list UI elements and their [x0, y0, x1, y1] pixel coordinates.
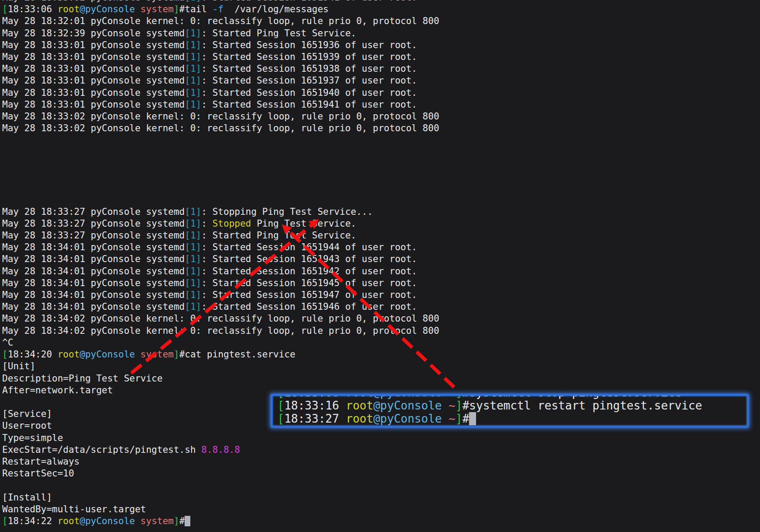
terminal-text-segment: May 28 18:33:01 pyConsole systemd	[2, 99, 185, 110]
terminal-text-segment: [1]	[185, 63, 201, 74]
terminal-text-segment: [	[277, 399, 284, 412]
terminal-text-segment: root	[57, 516, 80, 526]
terminal-text-segment: : Started Session 1651945 of user root.	[201, 278, 417, 288]
terminal-text-segment: May 28 18:33:01 pyConsole systemd	[2, 88, 185, 98]
terminal-line: May 28 18:34:01 pyConsole systemd[1]: St…	[2, 289, 760, 301]
terminal-line: May 28 18:33:01 pyConsole systemd[1]: St…	[2, 87, 760, 99]
terminal-text-segment: May 28 18:32:01 pyConsole kernel: 0: rec…	[2, 16, 439, 26]
terminal-text-segment: May 28 18:33:01 pyConsole systemd	[2, 75, 185, 86]
terminal-line	[2, 527, 760, 532]
terminal-line	[2, 182, 760, 194]
terminal-text-segment: #	[179, 516, 185, 526]
terminal-text-segment: @pyConsole	[80, 4, 135, 14]
terminal-text-segment: : Started Session 1651941 of user root.	[201, 99, 417, 110]
terminal-text-segment: ]	[455, 395, 462, 399]
terminal-text-segment: [Unit]	[2, 361, 35, 371]
terminal-line: Description=Ping Test Service	[2, 373, 760, 385]
terminal-text-segment: [	[277, 412, 284, 425]
terminal-line: May 28 18:34:02 pyConsole kernel: 0: rec…	[2, 313, 760, 325]
terminal-text-segment: 18:33:27	[284, 412, 346, 425]
terminal-text-segment: [1]	[185, 206, 201, 217]
terminal-text-segment: 18:34:22	[8, 516, 58, 526]
block-cursor	[469, 412, 476, 425]
terminal-text-segment: [	[2, 349, 8, 360]
terminal-text-segment: ]	[455, 412, 462, 425]
terminal-text-segment: [1]	[185, 52, 201, 62]
terminal-text-segment: [	[277, 395, 284, 399]
overlay-terminal-window[interactable]: [18:33:06 root@pyConsole ~]#systemctl st…	[271, 395, 748, 427]
terminal-text-segment: Restart=always	[2, 456, 80, 467]
terminal-text-segment: : Started Ping Test Service.	[201, 28, 356, 38]
terminal-line	[2, 134, 760, 146]
overlay-terminal-output: [18:33:06 root@pyConsole ~]#systemctl st…	[273, 395, 747, 425]
terminal-text-segment: Stopped	[212, 218, 251, 229]
terminal-text-segment: system	[135, 4, 174, 14]
terminal-line: May 28 18:33:27 pyConsole systemd[1]: St…	[2, 206, 760, 218]
terminal-text-segment: @pyConsole	[80, 516, 135, 526]
terminal-text-segment: May 28 18:34:01 pyConsole systemd	[2, 290, 185, 300]
terminal-text-segment: ~	[442, 412, 455, 425]
terminal-text-segment: 18:34:20	[8, 349, 58, 360]
main-terminal-output[interactable]: May 28 18:33:02 pyConsole systemd[1]: St…	[0, 0, 760, 532]
terminal-line: May 28 18:33:02 pyConsole kernel: 0: rec…	[2, 122, 760, 134]
terminal-line: Type=simple	[2, 432, 760, 444]
terminal-text-segment: [1]	[185, 254, 201, 264]
terminal-text-segment: system	[135, 516, 174, 526]
terminal-line	[2, 158, 760, 170]
terminal-text-segment: ExecStart=/data/scripts/pingtest.sh	[2, 444, 201, 455]
terminal-text-segment: May 28 18:34:02 pyConsole kernel: 0: rec…	[2, 326, 439, 336]
terminal-text-segment: root	[57, 349, 80, 360]
terminal-line: May 28 18:34:01 pyConsole systemd[1]: St…	[2, 253, 760, 265]
terminal-text-segment: ]	[174, 4, 179, 14]
terminal-text-segment: May 28 18:33:27 pyConsole systemd	[2, 230, 185, 241]
terminal-screen[interactable]: May 28 18:33:02 pyConsole systemd[1]: St…	[0, 0, 760, 532]
terminal-text-segment: : Started Session 1651939 of user root.	[201, 52, 417, 62]
terminal-line: May 28 18:33:27 pyConsole systemd[1]: St…	[2, 218, 760, 230]
terminal-line	[2, 480, 760, 491]
terminal-line	[2, 194, 760, 206]
terminal-text-segment: ~	[442, 395, 455, 399]
terminal-text-segment: May 28 18:34:01 pyConsole systemd	[2, 242, 185, 252]
terminal-text-segment: : Started Session 1651941 of user root.	[201, 0, 417, 3]
terminal-text-segment: May 28 18:32:39 pyConsole systemd	[2, 28, 185, 38]
terminal-text-segment: [1]	[185, 75, 201, 86]
terminal-text-segment: Type=simple	[2, 433, 63, 443]
terminal-line: May 28 18:34:01 pyConsole systemd[1]: St…	[2, 242, 760, 253]
terminal-text-segment: : Started Session 1651943 of user root.	[201, 254, 417, 264]
terminal-line: [18:33:27 root@pyConsole ~]#	[277, 412, 747, 425]
terminal-text-segment: ^C	[2, 337, 13, 348]
terminal-text-segment: ]	[174, 349, 179, 360]
terminal-text-segment: May 28 18:34:01 pyConsole systemd	[2, 266, 185, 276]
terminal-line: May 28 18:33:01 pyConsole systemd[1]: St…	[2, 63, 760, 75]
terminal-text-segment: [1]	[185, 230, 201, 241]
terminal-text-segment: [	[2, 4, 8, 14]
terminal-text-segment: system	[135, 349, 174, 360]
terminal-text-segment: 18:33:16	[284, 399, 346, 412]
terminal-text-segment: May 28 18:33:27 pyConsole systemd	[2, 206, 185, 217]
block-cursor	[185, 516, 190, 526]
terminal-text-segment: : Started Session 1651947 of user root.	[201, 290, 417, 300]
terminal-text-segment: : Stopping Ping Test Service...	[201, 206, 373, 217]
terminal-text-segment: #cat pingtest.service	[179, 349, 296, 360]
terminal-line	[2, 170, 760, 182]
terminal-text-segment: -f	[213, 4, 224, 14]
terminal-line: May 28 18:32:39 pyConsole systemd[1]: St…	[2, 28, 760, 39]
terminal-text-segment: :	[201, 218, 212, 229]
terminal-text-segment: [1]	[185, 290, 201, 300]
terminal-text-segment: May 28 18:33:02 pyConsole kernel: 0: rec…	[2, 123, 439, 133]
terminal-text-segment: : Started Session 1651936 of user root.	[201, 40, 417, 50]
terminal-line: WantedBy=multi-user.target	[2, 504, 760, 515]
terminal-text-segment: May 28 18:34:01 pyConsole systemd	[2, 301, 185, 312]
terminal-text-segment: : Started Session 1651937 of user root.	[201, 75, 417, 86]
terminal-text-segment: May 28 18:33:27 pyConsole systemd	[2, 218, 185, 229]
terminal-line: ExecStart=/data/scripts/pingtest.sh 8.8.…	[2, 444, 760, 456]
terminal-text-segment: ]	[174, 516, 179, 526]
terminal-text-segment: [1]	[185, 28, 201, 38]
terminal-text-segment: May 28 18:33:01 pyConsole systemd	[2, 40, 185, 50]
terminal-text-segment: @pyConsole	[373, 412, 442, 425]
terminal-text-segment: [1]	[185, 242, 201, 252]
terminal-text-segment: [1]	[185, 218, 201, 229]
terminal-text-segment: [	[2, 516, 8, 526]
terminal-text-segment: : Started Session 1651946 of user root.	[201, 301, 417, 312]
terminal-text-segment: May 28 18:34:02 pyConsole kernel: 0: rec…	[2, 313, 439, 324]
